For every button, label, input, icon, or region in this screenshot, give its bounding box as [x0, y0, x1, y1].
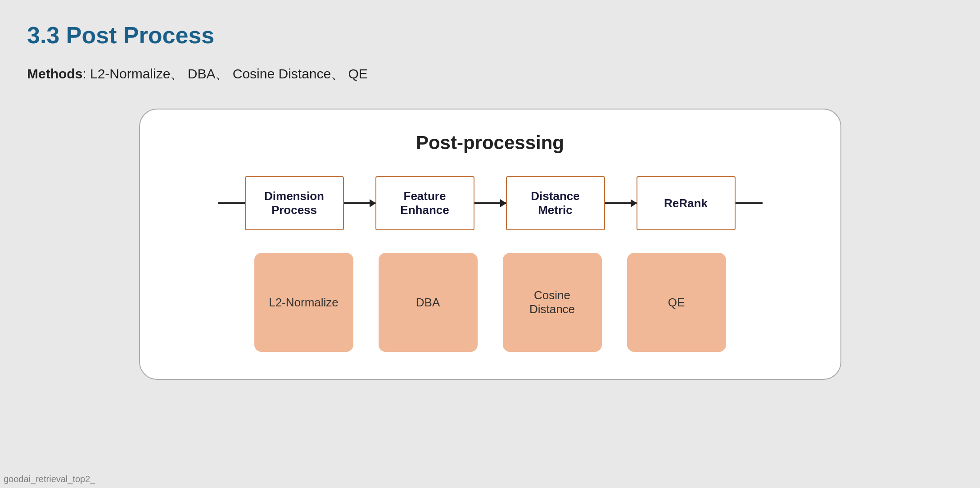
- flow-arrow-2: [474, 202, 506, 204]
- flow-box-feature-enhance: Feature Enhance: [375, 176, 474, 230]
- flow-box-dimension-process: Dimension Process: [245, 176, 344, 230]
- diagram-title: Post-processing: [172, 132, 809, 154]
- diagram-container: Post-processing Dimension Process Featur…: [139, 109, 841, 380]
- exit-line: [736, 202, 763, 204]
- entry-line: [218, 202, 245, 204]
- card-cosine-distance: Cosine Distance: [503, 253, 602, 352]
- card-qe: QE: [627, 253, 726, 352]
- page: 3.3 Post Process Methods: L2-Normalize、 …: [0, 0, 980, 488]
- flow-row: Dimension Process Feature Enhance Distan…: [172, 176, 809, 230]
- flow-arrow-3: [605, 202, 637, 204]
- methods-text: : L2-Normalize、 DBA、 Cosine Distance、 QE: [82, 66, 368, 81]
- card-dba: DBA: [379, 253, 478, 352]
- cards-row: L2-Normalize DBA Cosine Distance QE: [172, 253, 809, 352]
- watermark: goodai_retrieval_top2_: [4, 474, 95, 484]
- page-title: 3.3 Post Process: [27, 22, 953, 49]
- methods-label: Methods: [27, 66, 82, 81]
- card-l2-normalize: L2-Normalize: [254, 253, 353, 352]
- flow-box-rerank: ReRank: [637, 176, 736, 230]
- flow-box-distance-metric: Distance Metric: [506, 176, 605, 230]
- flow-arrow-1: [344, 202, 375, 204]
- methods-line: Methods: L2-Normalize、 DBA、 Cosine Dista…: [27, 65, 953, 83]
